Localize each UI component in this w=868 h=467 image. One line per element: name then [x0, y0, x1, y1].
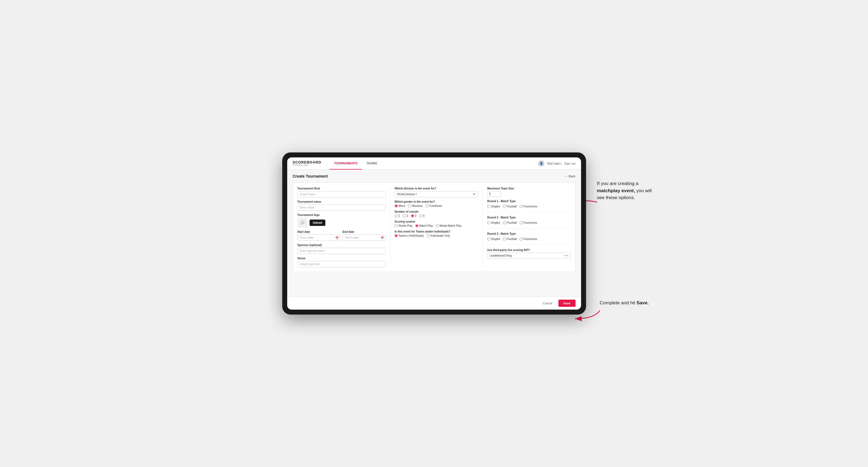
rounds-4[interactable]: 4 [419, 214, 425, 217]
round3-label: Round 3 - Match Type [487, 232, 570, 235]
logo-placeholder-icon: 🖼 [298, 218, 307, 227]
end-date-wrap: 📅 [342, 235, 385, 241]
division-field: Which division is the event for? NCAA Di… [395, 187, 478, 197]
sponsor-input[interactable] [298, 248, 385, 254]
gender-combined-label: Combined [429, 205, 442, 208]
max-team-size-label: Maximum Team Size [487, 187, 570, 190]
end-date-input[interactable] [342, 235, 385, 241]
gender-mens[interactable]: Mens [395, 205, 405, 208]
divider-2 [487, 228, 570, 228]
cancel-button[interactable]: Cancel [539, 300, 556, 307]
max-team-size-input[interactable] [487, 191, 501, 197]
api-field: Use third-party live scoring API? Leader… [487, 249, 570, 258]
round3-singles-label: Singles [491, 238, 500, 241]
scoring-stroke[interactable]: Stroke Play [395, 224, 412, 227]
start-date-input[interactable] [298, 235, 341, 241]
rounds-label: Number of rounds [395, 210, 478, 213]
gender-radio-group: Mens Womens Combined [395, 205, 478, 208]
page-content: Create Tournament ← Back Tournament Host… [287, 169, 581, 297]
page-header: Create Tournament ← Back [293, 174, 576, 178]
scoring-match-label: Match Play [419, 224, 433, 227]
teams-option[interactable]: Teams (+Individuals) [395, 234, 424, 237]
round1-label: Round 1 - Match Type [487, 200, 570, 203]
form-middle-column: Which division is the event for? NCAA Di… [390, 187, 478, 267]
end-date-label: End date [342, 230, 385, 234]
sign-out-link[interactable]: Sign out [564, 162, 575, 165]
round3-fourball[interactable]: Fourball [503, 238, 517, 241]
gender-womens[interactable]: Womens [408, 205, 423, 208]
teams-option-label: Teams (+Individuals) [399, 234, 424, 237]
tournament-logo-field: Tournament logo 🖼 Upload [298, 214, 385, 227]
save-button[interactable]: Save [558, 300, 576, 307]
start-date-wrap: 📅 [298, 235, 341, 241]
venue-input[interactable] [298, 261, 385, 267]
max-team-size-field: Maximum Team Size [487, 187, 570, 197]
division-label: Which division is the event for? [395, 187, 478, 190]
round2-match-type: Round 2 - Match Type Singles Fourball [487, 216, 570, 224]
round3-singles[interactable]: Singles [487, 238, 500, 241]
round2-foursomes[interactable]: Foursomes [520, 221, 537, 224]
logo-text: SCOREBOARD [293, 160, 321, 164]
form-left-column: Tournament Host Tournament name Tourname… [298, 187, 385, 267]
logo-upload-area: 🖼 Upload [298, 218, 385, 227]
round3-foursomes-label: Foursomes [523, 238, 537, 241]
tournament-host-input[interactable] [298, 191, 385, 197]
tab-teams[interactable]: TEAMS [362, 157, 382, 169]
round1-foursomes[interactable]: Foursomes [520, 205, 537, 208]
date-row: Start date 📅 End date 📅 [298, 230, 385, 241]
individuals-option-label: Individuals Only [431, 234, 450, 237]
round2-singles[interactable]: Singles [487, 221, 500, 224]
scoring-match[interactable]: Match Play [415, 224, 433, 227]
app-header: SCOREBOARD Powered by clippit TOURNAMENT… [287, 157, 581, 169]
tournament-host-label: Tournament Host [298, 187, 385, 190]
round3-foursomes[interactable]: Foursomes [520, 238, 537, 241]
scoring-medal[interactable]: Medal Match Play [436, 224, 461, 227]
back-button[interactable]: ← Back [565, 175, 576, 178]
tab-tournaments[interactable]: TOURNAMENTS [330, 157, 362, 169]
gender-combined[interactable]: Combined [426, 205, 442, 208]
tournament-name-input[interactable] [298, 205, 385, 211]
annotation-bottom-text: Complete and hit Save. [600, 300, 649, 306]
api-close-icon[interactable]: ✕ ▾ [564, 254, 568, 257]
round1-singles[interactable]: Singles [487, 205, 500, 208]
rounds-1[interactable]: 1 [395, 214, 400, 217]
sponsor-field: Sponsor (optional) [298, 244, 385, 254]
user-name: Test User | [547, 162, 561, 165]
start-date-label: Start date [298, 230, 341, 234]
scoring-stroke-label: Stroke Play [399, 224, 412, 227]
tournament-name-label: Tournament name [298, 200, 385, 203]
round2-label: Round 2 - Match Type [487, 216, 570, 219]
round3-fourball-label: Fourball [507, 238, 517, 241]
rounds-1-label: 1 [399, 214, 400, 217]
start-date-field: Start date 📅 [298, 230, 341, 241]
logo-sub: Powered by clippit [293, 164, 321, 166]
round2-fourball[interactable]: Fourball [503, 221, 517, 224]
tournament-name-field: Tournament name [298, 200, 385, 211]
venue-label: Venue [298, 257, 385, 260]
teams-field: Is this event for Teams and/or Individua… [395, 230, 478, 237]
rounds-2[interactable]: 2 [403, 214, 408, 217]
rounds-3-label: 3 [415, 214, 416, 217]
round1-fourball[interactable]: Fourball [503, 205, 517, 208]
division-select[interactable]: NCAA Division I [395, 191, 478, 197]
teams-radio-group: Teams (+Individuals) Individuals Only [395, 234, 478, 237]
gender-womens-label: Womens [412, 205, 423, 208]
rounds-3[interactable]: 3 [411, 214, 416, 217]
round2-foursomes-label: Foursomes [523, 221, 537, 224]
api-select-wrap: Leaderboard King ✕ ▾ [487, 253, 570, 258]
tournament-logo-label: Tournament logo [298, 214, 385, 217]
form-footer: Cancel Save [287, 297, 581, 310]
header-right: 👤 Test User | Sign out [538, 160, 576, 166]
form-body: Tournament Host Tournament name Tourname… [293, 182, 576, 272]
round2-fourball-label: Fourball [507, 221, 517, 224]
api-value: Leaderboard King [490, 254, 512, 257]
avatar: 👤 [538, 160, 544, 166]
rounds-field: Number of rounds 1 2 [395, 210, 478, 217]
round1-fourball-label: Fourball [507, 205, 517, 208]
annotation-right-text: If you are creating a matchplay event, y… [597, 181, 652, 200]
upload-button[interactable]: Upload [310, 220, 326, 226]
individuals-option[interactable]: Individuals Only [427, 234, 450, 237]
round1-singles-label: Singles [491, 205, 500, 208]
teams-label: Is this event for Teams and/or Individua… [395, 230, 478, 233]
venue-field: Venue [298, 257, 385, 267]
